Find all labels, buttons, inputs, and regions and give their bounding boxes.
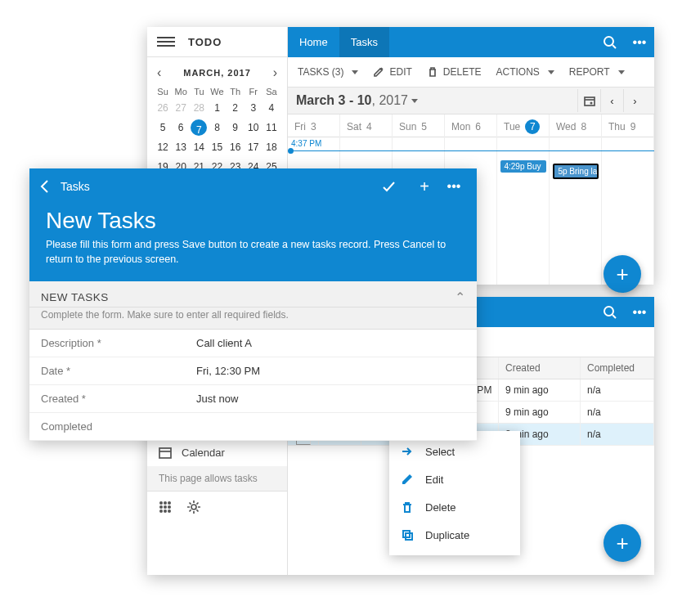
search-icon[interactable] (595, 27, 625, 57)
view-calendar[interactable]: Calendar (147, 438, 287, 466)
tasks-dropdown[interactable]: TASKS (3) (298, 66, 358, 78)
svg-point-23 (159, 505, 163, 509)
svg-line-1 (612, 45, 616, 48)
more-icon[interactable]: ••• (625, 27, 654, 57)
context-menu: Select Edit Delete Duplicate (389, 431, 520, 555)
form-field[interactable]: Created *Just now (29, 385, 477, 413)
next-range-button[interactable]: › (623, 89, 646, 112)
tab-tasks[interactable]: Tasks (339, 27, 389, 57)
apps-icon[interactable] (159, 500, 172, 514)
week-col[interactable]: Mon6 (445, 114, 497, 139)
cal-day[interactable]: 16 (227, 139, 245, 155)
week-col[interactable]: Thu9 (602, 114, 654, 139)
form-field[interactable]: Date *Fri, 12:30 PM (29, 357, 477, 385)
form-subtitle: Please fill this form and press Save but… (46, 237, 460, 267)
cal-day[interactable]: 1 (208, 100, 226, 116)
cal-day[interactable]: 13 (172, 139, 190, 155)
cal-day[interactable]: 15 (208, 139, 226, 155)
calendar-event[interactable]: 4:29p Buy (500, 160, 545, 173)
week-header: Fri3Sat4Sun5Mon6Tue7Wed8Thu9 (288, 114, 654, 137)
prev-range-button[interactable]: ‹ (600, 89, 623, 112)
svg-point-25 (168, 505, 171, 509)
dow-row: SuMoTuWeThFrSa (154, 87, 280, 97)
svg-point-26 (159, 509, 163, 513)
svg-rect-18 (159, 448, 171, 458)
date-range-text[interactable]: March 3 - 10, 2017 (296, 93, 418, 108)
svg-point-28 (168, 509, 171, 513)
top-tabs: Home Tasks ••• (288, 27, 654, 57)
sidebar-bottom (147, 491, 287, 522)
app-title: TODO (188, 36, 222, 48)
section-subtitle: Complete the form. Make sure to enter al… (29, 307, 477, 330)
month-label: MARCH, 2017 (183, 68, 251, 78)
cal-day[interactable]: 27 (172, 100, 190, 116)
tab-home[interactable]: Home (288, 27, 339, 57)
more-icon[interactable]: ••• (625, 297, 654, 327)
add-fab[interactable]: + (604, 524, 641, 562)
svg-point-20 (159, 501, 163, 505)
week-col[interactable]: Sat4 (340, 114, 393, 139)
cal-day[interactable]: 7 (191, 119, 207, 136)
week-col[interactable]: Sun5 (393, 114, 445, 139)
gear-icon[interactable] (186, 500, 201, 514)
form-header: Tasks + ••• New Tasks Please fill this f… (29, 168, 477, 281)
cal-day[interactable]: 4 (262, 100, 280, 116)
cal-day[interactable]: 10 (245, 119, 262, 136)
more-button[interactable]: ••• (439, 179, 469, 194)
add-button[interactable]: + (410, 177, 439, 196)
today-button[interactable] (577, 89, 600, 112)
ctx-select[interactable]: Select (389, 438, 520, 465)
delete-button[interactable]: DELETE (427, 66, 482, 78)
week-col[interactable]: Wed8 (550, 114, 602, 139)
edit-button[interactable]: EDIT (373, 66, 411, 78)
ctx-edit[interactable]: Edit (389, 465, 520, 493)
week-col[interactable]: Fri3 (288, 114, 340, 139)
sidebar-header: TODO (147, 27, 287, 57)
cal-day[interactable]: 11 (262, 119, 280, 136)
toolbar: TASKS (3) EDIT DELETE ACTIONS REPORT (288, 57, 654, 88)
svg-point-27 (164, 509, 167, 513)
form-field[interactable]: Description *Call client A (29, 330, 477, 357)
cal-day[interactable]: 12 (154, 139, 172, 155)
svg-point-4 (590, 102, 592, 105)
svg-point-21 (164, 501, 167, 505)
cal-day[interactable]: 17 (245, 139, 262, 155)
ctx-delete[interactable]: Delete (389, 493, 520, 521)
report-dropdown[interactable]: REPORT (569, 66, 625, 78)
cal-day[interactable]: 5 (154, 119, 172, 136)
back-button[interactable]: Tasks (38, 179, 90, 194)
sidebar-note: This page allows tasks (147, 466, 287, 491)
save-button[interactable] (380, 178, 410, 195)
cal-day[interactable]: 2 (227, 100, 245, 116)
search-icon[interactable] (595, 297, 625, 327)
actions-dropdown[interactable]: ACTIONS (496, 66, 554, 78)
form-field[interactable]: Completed (29, 413, 477, 441)
svg-point-0 (604, 37, 613, 46)
cal-day[interactable]: 8 (208, 119, 226, 136)
col-completed[interactable]: Completed (581, 357, 654, 379)
next-month-button[interactable]: › (270, 65, 280, 80)
svg-point-24 (164, 505, 167, 509)
cal-day[interactable]: 26 (154, 100, 172, 116)
cal-day[interactable]: 18 (262, 139, 280, 155)
form-title: New Tasks (46, 208, 460, 234)
prev-month-button[interactable]: ‹ (154, 65, 164, 80)
cal-day[interactable]: 28 (190, 100, 208, 116)
col-created[interactable]: Created (499, 357, 581, 379)
collapse-icon[interactable]: ⌃ (455, 290, 465, 305)
week-col[interactable]: Tue7 (497, 114, 550, 139)
svg-point-22 (168, 501, 171, 505)
menu-icon[interactable] (157, 37, 175, 47)
svg-rect-2 (585, 97, 595, 105)
calendar-event[interactable]: 5p Bring la (553, 164, 598, 179)
svg-point-30 (604, 307, 613, 316)
cal-day[interactable]: 3 (245, 100, 262, 116)
add-fab[interactable]: + (604, 255, 641, 293)
section-header: NEW TASKS ⌃ (29, 281, 477, 307)
cal-day[interactable]: 9 (227, 119, 245, 136)
cal-day[interactable]: 6 (172, 119, 190, 136)
svg-point-29 (191, 505, 196, 509)
cal-day[interactable]: 14 (190, 139, 208, 155)
ctx-duplicate[interactable]: Duplicate (389, 521, 520, 549)
svg-line-31 (612, 315, 616, 318)
